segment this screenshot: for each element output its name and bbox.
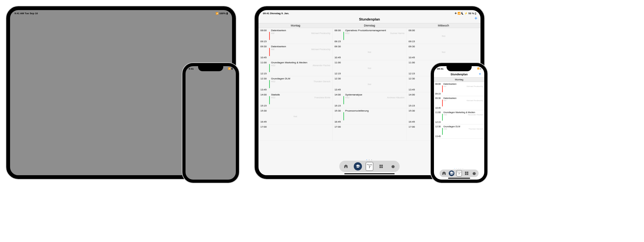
free-label: frei	[368, 83, 371, 86]
status-time: 9:41 AM Tue Sep 10	[14, 12, 38, 15]
schedule-cell[interactable]: 12:3013:45Grundlagen DLMHS2Thorsten Gier…	[258, 76, 332, 92]
tab-calendar-icon[interactable]: Montag 7	[456, 170, 462, 176]
start-time: 12:30	[260, 77, 267, 80]
course-sub: HS2Gunnar Harms	[345, 32, 405, 34]
start-time: 11:00	[335, 61, 341, 64]
tab-home-icon[interactable]	[342, 162, 350, 170]
schedule-cell[interactable]: 08:0009:15DatenbankenAMMichael Predeschl…	[434, 82, 484, 96]
schedule-cell[interactable]: 17:00	[258, 124, 332, 140]
schedule-cell[interactable]: 14:0015:15SystemanalyseHS2Andreas Häusle…	[332, 92, 407, 108]
end-time: 09:15	[408, 40, 415, 43]
schedule-cell[interactable]: 11:0012:15frei	[332, 60, 407, 76]
course-title: Datenbanken	[271, 29, 330, 32]
start-time: 17:00	[408, 125, 415, 128]
schedule-cell[interactable]: 08:0009:15Operatives Produktionsmanageme…	[332, 28, 407, 44]
schedule-grid[interactable]: 08:0009:15DatenbankenAMMichael Predeschl…	[434, 82, 484, 164]
course-title: Datenbanken	[443, 83, 483, 85]
course-title: Prozessmodellierung	[345, 109, 405, 112]
tab-bar: • • • Montag 7	[339, 161, 400, 172]
schedule-cell[interactable]: 15:3016:45Prozessmodellierung	[332, 108, 407, 124]
page-dots: • • •	[366, 159, 373, 161]
schedule-cell[interactable]: 14:0015:15StatistikHS2Franziska Bönte	[258, 92, 332, 108]
tab-settings-icon[interactable]	[471, 170, 477, 176]
status-battery: 📶 100% ▮	[216, 12, 228, 15]
tab-home-icon[interactable]	[441, 170, 447, 176]
end-time: 10:45	[408, 56, 415, 59]
time-block[interactable]: 09:3010:45DatenbankenAMMichael Predeschl…	[434, 96, 484, 110]
course-sub: HS2Thorsten Giersch	[271, 80, 330, 83]
status-time: 9:41	[189, 67, 194, 70]
start-time: 11:00	[435, 111, 441, 113]
course-sub: AMMichael Predeschly	[443, 100, 483, 101]
statusbar: 9:41 AM Tue Sep 10 📶 100% ▮	[10, 10, 232, 15]
course-sub: HS2Alexander Fischer	[443, 114, 483, 116]
schedule-cell[interactable]: 12:3013:45Grundlagen DLMHS2Thorsten Gier…	[434, 124, 484, 138]
start-time: 09:30	[260, 45, 267, 48]
end-time: 15:15	[408, 104, 415, 107]
start-time: 08:00	[335, 29, 341, 32]
schedule-cell[interactable]: 09:3010:45DatenbankenAMMichael Predeschl…	[258, 44, 332, 60]
color-pipe	[269, 96, 270, 104]
end-time: 12:15	[260, 72, 267, 75]
end-time: 09:15	[260, 40, 267, 43]
schedule-cell[interactable]: 17:00	[332, 124, 407, 140]
navbar: Stundenplan +	[434, 72, 484, 77]
add-button[interactable]: +	[479, 72, 481, 76]
end-time: 16:45	[335, 120, 341, 123]
color-pipe	[442, 128, 443, 135]
schedule-cell[interactable]: 12:3013:45frei	[332, 76, 407, 92]
start-time: 15:30	[260, 109, 267, 112]
start-time: 08:00	[408, 29, 415, 32]
time-block[interactable]: 12:3013:45Grundlagen DLMHS2Thorsten Gier…	[434, 124, 484, 139]
start-time: 12:30	[335, 77, 341, 80]
home-indicator[interactable]	[344, 173, 395, 174]
end-time: 12:15	[435, 121, 441, 123]
course-sub: HS2Thorsten Giersch	[443, 128, 483, 130]
time-block[interactable]: 11:0012:15Grundlagen Marketing & MedienH…	[434, 110, 484, 124]
time-block[interactable]: 09:3010:45DatenbankenAMMichael Predeschl…	[258, 44, 480, 60]
time-block[interactable]: 08:0009:15DatenbankenAMMichael Predeschl…	[434, 82, 484, 96]
end-time: 09:15	[335, 40, 341, 43]
free-label: frei	[294, 115, 297, 118]
start-time: 08:00	[260, 29, 267, 32]
color-pipe	[269, 32, 270, 40]
add-button[interactable]: +	[475, 15, 477, 21]
day-header-row: Montag	[434, 77, 484, 82]
day-header[interactable]: Mittwoch	[407, 23, 480, 28]
tab-grid-icon[interactable]	[377, 162, 385, 170]
tab-grid-icon[interactable]	[464, 170, 469, 176]
schedule-cell[interactable]: 11:0012:15Grundlagen Marketing & MedienH…	[434, 110, 484, 124]
schedule-cell[interactable]: 11:0012:15Grundlagen Marketing & MedienH…	[258, 60, 332, 76]
course-title: Grundlagen DLM	[271, 77, 330, 80]
tab-calendar-icon[interactable]: Montag 7	[366, 162, 373, 171]
schedule-cell[interactable]: 09:3010:45DatenbankenAMMichael Predeschl…	[434, 96, 484, 110]
tab-settings-icon[interactable]	[389, 162, 397, 170]
start-time: 17:00	[335, 125, 341, 128]
day-header[interactable]: Montag	[258, 23, 332, 28]
time-block[interactable]: 08:0009:15DatenbankenAMMichael Predeschl…	[258, 28, 480, 44]
tab-bar: • • • • • Montag 7	[440, 170, 479, 177]
status-icons: 📶 ▯	[477, 67, 481, 70]
tab-study-icon[interactable]	[449, 170, 454, 176]
start-time: 15:30	[408, 109, 415, 112]
schedule-cell[interactable]: 08:0009:15frei	[406, 28, 480, 44]
end-time: 10:45	[335, 56, 341, 59]
tab-study-icon[interactable]	[354, 162, 362, 170]
end-time: 13:45	[260, 88, 267, 91]
home-indicator[interactable]	[448, 178, 470, 179]
color-pipe	[343, 96, 344, 104]
page-title: Stundenplan	[359, 17, 380, 21]
start-time: 17:00	[260, 125, 267, 128]
end-time: 10:45	[435, 107, 441, 109]
schedule-cell[interactable]: 09:3010:45frei	[332, 44, 407, 60]
iphone-frame-app: 09:41 📶 ▯ Stundenplan + Montag 08:0009:1…	[431, 63, 487, 183]
schedule-cell[interactable]: 15:3016:45frei	[258, 108, 332, 124]
end-time: 16:45	[408, 120, 415, 123]
schedule-cell[interactable]: 09:3010:45frei	[406, 44, 480, 60]
schedule-cell[interactable]: 08:0009:15DatenbankenAMMichael Predeschl…	[258, 28, 332, 44]
course-sub: AMMichael Predeschly	[271, 32, 330, 34]
color-pipe	[269, 48, 270, 56]
day-header[interactable]: Dienstag	[332, 23, 406, 28]
start-time: 14:00	[335, 93, 341, 96]
day-header[interactable]: Montag	[434, 78, 484, 82]
